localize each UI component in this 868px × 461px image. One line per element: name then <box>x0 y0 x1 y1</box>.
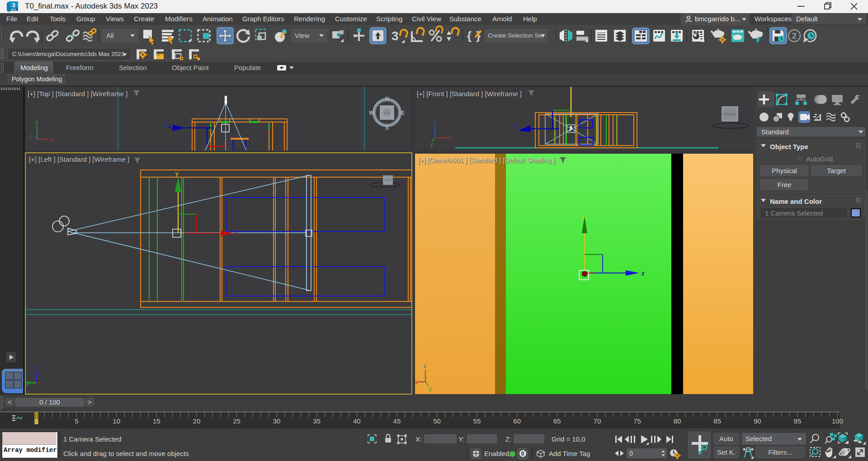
svg-text:80: 80 <box>674 417 681 425</box>
svg-text:20: 20 <box>193 417 201 425</box>
svg-text:y: y <box>175 170 179 177</box>
svg-text:35: 35 <box>313 417 321 425</box>
svg-text:LEFT: LEFT <box>384 179 392 182</box>
svg-text:5: 5 <box>75 417 78 425</box>
svg-text:TOP: TOP <box>383 111 391 115</box>
svg-text:z: z <box>34 365 38 372</box>
svg-text:85: 85 <box>713 417 721 425</box>
svg-text:3: 3 <box>12 2 15 9</box>
svg-text:Z: Z <box>514 122 518 130</box>
svg-text:55: 55 <box>473 417 481 425</box>
svg-text:65: 65 <box>553 417 561 425</box>
svg-text:15: 15 <box>153 417 160 425</box>
svg-text:50: 50 <box>433 417 441 425</box>
svg-text:y: y <box>35 119 38 125</box>
svg-text:{: { <box>467 29 472 42</box>
svg-text:z: z <box>642 270 645 277</box>
svg-text:10: 10 <box>113 417 120 425</box>
svg-text:View: View <box>295 32 309 39</box>
svg-text:x: x <box>51 136 53 143</box>
svg-text:90: 90 <box>754 417 761 425</box>
svg-text:W: W <box>369 110 374 116</box>
svg-text:x: x <box>448 135 451 141</box>
svg-text:z: z <box>433 119 436 125</box>
svg-text:25: 25 <box>233 417 241 425</box>
svg-text:60: 60 <box>513 417 521 425</box>
svg-text:z: z <box>30 133 33 139</box>
svg-text:All: All <box>106 32 114 39</box>
svg-text:Z: Z <box>165 122 169 129</box>
svg-text:z: z <box>424 363 426 369</box>
svg-text:75: 75 <box>633 417 641 425</box>
svg-text:95: 95 <box>794 417 802 425</box>
svg-text:2: 2 <box>792 32 796 40</box>
svg-text:E: E <box>401 110 405 116</box>
svg-text:FRONT: FRONT <box>723 112 737 117</box>
svg-text:40: 40 <box>353 417 361 425</box>
svg-text:70: 70 <box>594 417 601 425</box>
svg-text:x: x <box>235 230 238 237</box>
svg-text:45: 45 <box>393 417 401 425</box>
svg-text:3: 3 <box>392 29 399 43</box>
svg-text:S: S <box>385 125 389 131</box>
svg-text:y: y <box>430 141 433 147</box>
svg-text:y: y <box>26 379 29 386</box>
svg-text:Create Selection Set: Create Selection Set <box>488 32 544 39</box>
svg-text:y: y <box>429 386 432 392</box>
svg-text:N: N <box>385 96 389 102</box>
svg-text:100: 100 <box>832 417 843 425</box>
svg-text:30: 30 <box>273 417 281 425</box>
svg-text:x: x <box>415 379 418 386</box>
svg-text:0: 0 <box>34 418 38 425</box>
svg-text:MAX: MAX <box>11 8 16 11</box>
svg-text:x: x <box>38 379 41 386</box>
